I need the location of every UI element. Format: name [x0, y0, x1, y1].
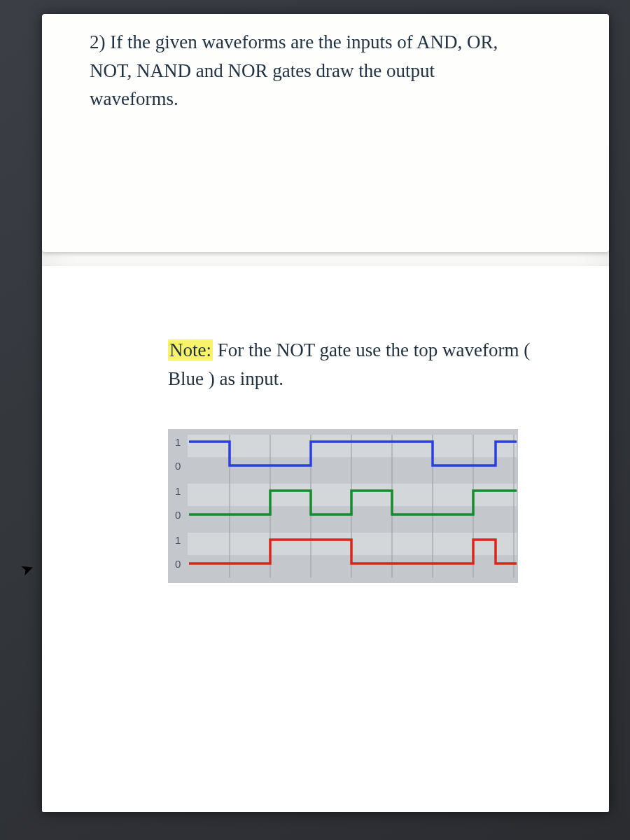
question-line-3: waveforms.: [90, 88, 178, 109]
content-card: Note: For the NOT gate use the top wavef…: [42, 266, 609, 812]
waveform-diagram: 1 0 1 0 1 0: [168, 429, 518, 583]
svg-text:0: 0: [175, 509, 181, 521]
note-text-2: Blue ) as input.: [168, 368, 284, 389]
cursor-icon: ➤: [18, 559, 36, 580]
question-number: 2): [90, 31, 106, 52]
svg-rect-2: [188, 457, 517, 479]
question-line-2: NOT, NAND and NOR gates draw the output: [90, 60, 435, 81]
note-text-1: For the NOT gate use the top waveform (: [213, 340, 530, 360]
svg-rect-1: [188, 435, 517, 457]
question-line-1: If the given waveforms are the inputs of…: [110, 31, 498, 52]
question-card: 2) If the given waveforms are the inputs…: [42, 14, 609, 252]
page-container: 2) If the given waveforms are the inputs…: [42, 14, 609, 812]
svg-text:1: 1: [175, 534, 181, 546]
question-text: 2) If the given waveforms are the inputs…: [42, 14, 609, 113]
svg-text:1: 1: [175, 485, 181, 497]
svg-text:0: 0: [175, 460, 181, 472]
note-block: Note: For the NOT gate use the top wavef…: [42, 266, 609, 583]
svg-text:0: 0: [175, 558, 181, 570]
note-label-highlight: Note:: [168, 340, 213, 360]
svg-text:1: 1: [175, 436, 181, 448]
